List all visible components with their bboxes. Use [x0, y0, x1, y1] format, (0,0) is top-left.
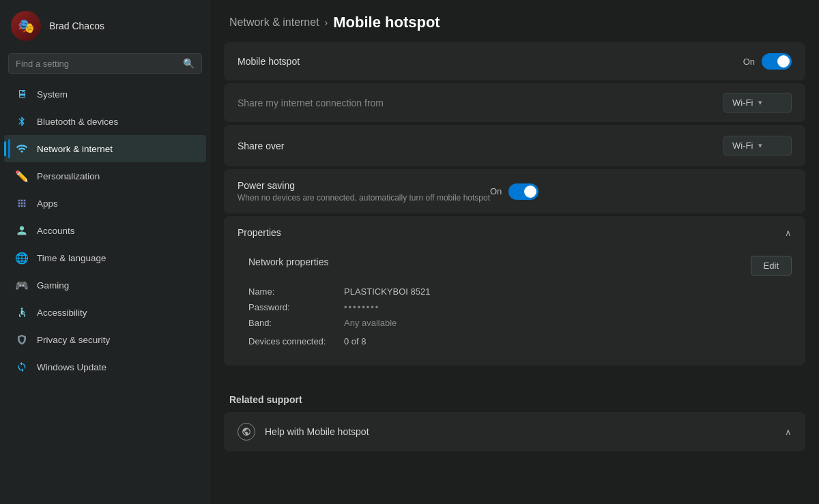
power-saving-toggle-thumb	[524, 186, 536, 198]
share-over-dropdown[interactable]: Wi-Fi ▾	[723, 136, 792, 155]
power-saving-toggle-container: On	[490, 183, 538, 200]
network-properties-row: Network properties Edit	[248, 256, 792, 276]
toggle-thumb	[777, 55, 790, 68]
user-name: Brad Chacos	[49, 20, 104, 31]
sidebar-label-accessibility: Accessibility	[37, 308, 87, 318]
devices-row: Devices connected: 0 of 8	[248, 336, 792, 346]
system-icon: 🖥	[15, 87, 29, 101]
svg-point-0	[21, 308, 23, 310]
properties-body: Network properties Edit Name: PLASTICKYB…	[224, 249, 805, 366]
share-over-card: Share over Wi-Fi ▾	[224, 125, 805, 166]
sidebar-item-update[interactable]: Windows Update	[4, 353, 206, 381]
personalization-icon: ✏️	[15, 169, 29, 183]
power-saving-label: Power saving	[238, 180, 490, 191]
avatar: 🎭	[11, 11, 41, 41]
power-saving-text-block: Power saving When no devices are connect…	[238, 180, 490, 203]
password-value: ••••••••	[344, 302, 379, 312]
password-key: Password:	[248, 302, 344, 312]
mobile-hotspot-row: Mobile hotspot On	[224, 42, 805, 80]
sidebar-item-privacy[interactable]: Privacy & security	[4, 326, 206, 353]
update-icon	[15, 360, 29, 374]
sidebar-item-gaming[interactable]: 🎮 Gaming	[4, 271, 206, 299]
sidebar-label-time: Time & language	[37, 253, 106, 263]
sidebar-item-time[interactable]: 🌐 Time & language	[4, 244, 206, 271]
mobile-hotspot-label: Mobile hotspot	[238, 56, 743, 67]
sidebar-item-bluetooth[interactable]: Bluetooth & devices	[4, 108, 206, 135]
properties-label: Properties	[238, 227, 281, 238]
power-saving-toggle[interactable]	[508, 183, 538, 200]
time-icon: 🌐	[15, 251, 29, 265]
sidebar-item-accessibility[interactable]: Accessibility	[4, 299, 206, 326]
mobile-hotspot-card: Mobile hotspot On	[224, 42, 805, 80]
bluetooth-icon	[15, 115, 29, 128]
sidebar-item-accounts[interactable]: Accounts	[4, 217, 206, 244]
main-content: Network & internet › Mobile hotspot Mobi…	[210, 0, 819, 504]
content-area: Mobile hotspot On Share my internet conn…	[210, 42, 819, 382]
sidebar-item-system[interactable]: 🖥 System	[4, 80, 206, 108]
properties-card: Properties ∧ Network properties Edit Nam…	[224, 216, 805, 366]
share-over-label: Share over	[238, 140, 723, 151]
edit-button[interactable]: Edit	[751, 256, 792, 276]
band-value: Any available	[344, 318, 397, 328]
sidebar-label-personalization: Personalization	[37, 171, 100, 181]
privacy-icon	[15, 333, 29, 346]
share-from-card: Share my internet connection from Wi-Fi …	[224, 83, 805, 122]
sidebar: 🎭 Brad Chacos 🔍 🖥 System Bluetooth & dev…	[0, 0, 210, 504]
sidebar-label-system: System	[37, 89, 68, 100]
share-over-row: Share over Wi-Fi ▾	[224, 125, 805, 166]
related-support-label: Related support	[229, 394, 302, 405]
name-row: Name: PLASTICKYBOI 8521	[248, 286, 792, 297]
mobile-hotspot-toggle-container: On	[743, 53, 792, 70]
search-input[interactable]	[16, 59, 177, 69]
power-saving-row: Power saving When no devices are connect…	[224, 169, 805, 213]
page-title: Mobile hotspot	[333, 14, 440, 31]
share-from-label: Share my internet connection from	[238, 98, 723, 108]
sidebar-nav: 🖥 System Bluetooth & devices Network & i…	[0, 80, 210, 381]
sidebar-item-personalization[interactable]: ✏️ Personalization	[4, 162, 206, 190]
name-key: Name:	[248, 286, 344, 297]
power-saving-status: On	[490, 186, 502, 196]
apps-icon	[15, 196, 29, 210]
breadcrumb-parent[interactable]: Network & internet	[229, 16, 319, 29]
sidebar-label-update: Windows Update	[37, 362, 106, 372]
network-properties-label: Network properties	[248, 256, 329, 267]
sidebar-label-network: Network & internet	[37, 144, 113, 154]
related-support-header: Related support	[210, 382, 819, 412]
network-icon	[15, 142, 29, 155]
share-from-dropdown[interactable]: Wi-Fi ▾	[723, 93, 792, 113]
user-profile[interactable]: 🎭 Brad Chacos	[0, 0, 210, 49]
gaming-icon: 🎮	[15, 278, 29, 292]
search-icon: 🔍	[183, 58, 195, 69]
accessibility-icon	[15, 306, 29, 319]
mobile-hotspot-toggle[interactable]	[762, 53, 792, 70]
share-over-value: Wi-Fi	[732, 140, 753, 151]
help-label: Help with Mobile hotspot	[265, 426, 369, 437]
mobile-hotspot-status: On	[743, 57, 755, 67]
sidebar-label-accounts: Accounts	[37, 226, 75, 236]
sidebar-label-privacy: Privacy & security	[37, 335, 110, 345]
sidebar-item-apps[interactable]: Apps	[4, 190, 206, 217]
help-globe-icon	[238, 423, 255, 441]
share-from-chevron-icon: ▾	[758, 98, 762, 107]
avatar-image: 🎭	[11, 11, 41, 41]
sidebar-item-network[interactable]: Network & internet	[4, 135, 206, 162]
breadcrumb-chevron: ›	[325, 17, 328, 28]
active-indicator	[4, 141, 6, 156]
help-hotspot-row[interactable]: Help with Mobile hotspot ∧	[224, 412, 805, 451]
page-header: Network & internet › Mobile hotspot	[210, 0, 819, 42]
name-value: PLASTICKYBOI 8521	[344, 286, 430, 297]
devices-value: 0 of 8	[344, 336, 367, 346]
support-card: Help with Mobile hotspot ∧	[224, 412, 805, 451]
search-box[interactable]: 🔍	[8, 53, 202, 74]
band-key: Band:	[248, 318, 344, 328]
share-from-value: Wi-Fi	[732, 98, 753, 108]
devices-key: Devices connected:	[248, 336, 344, 346]
band-row: Band: Any available	[248, 318, 792, 328]
power-saving-card: Power saving When no devices are connect…	[224, 169, 805, 213]
accounts-icon	[15, 224, 29, 237]
help-chevron-icon: ∧	[785, 427, 792, 437]
password-row: Password: ••••••••	[248, 302, 792, 312]
sidebar-label-apps: Apps	[37, 198, 58, 209]
sidebar-label-gaming: Gaming	[37, 280, 69, 291]
properties-header[interactable]: Properties ∧	[224, 216, 805, 249]
